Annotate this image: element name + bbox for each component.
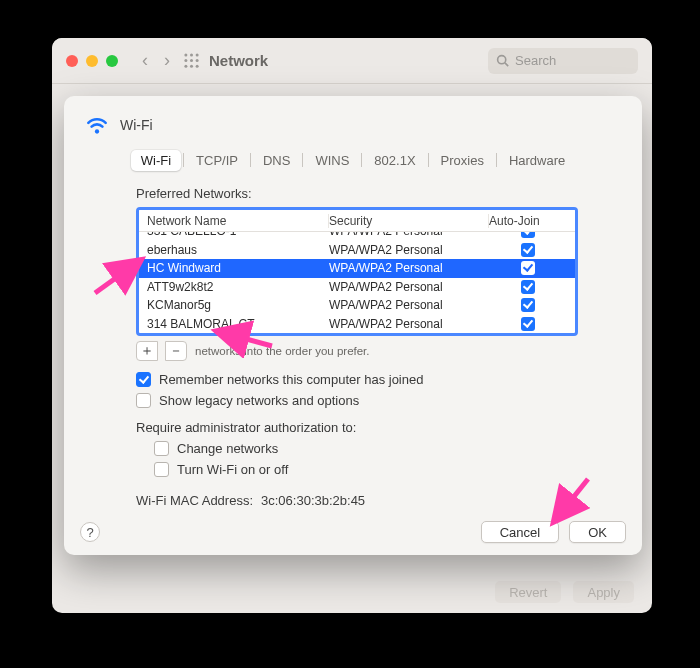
cancel-button[interactable]: Cancel: [481, 521, 559, 543]
table-row[interactable]: eberhausWPA/WPA2 Personal: [139, 241, 575, 260]
autojoin-checkbox[interactable]: [521, 280, 535, 294]
search-placeholder: Search: [515, 53, 556, 68]
svg-point-1: [190, 53, 193, 56]
add-network-button[interactable]: ＋: [136, 341, 158, 361]
cell-security: WPA/WPA2 Personal: [329, 261, 489, 275]
autojoin-checkbox[interactable]: [521, 243, 535, 257]
cell-security: WPA/WPA2 Personal: [329, 243, 489, 257]
preferred-networks-label: Preferred Networks:: [136, 186, 578, 201]
autojoin-checkbox[interactable]: [521, 298, 535, 312]
table-header: Network Name Security Auto-Join: [139, 210, 575, 232]
svg-point-9: [498, 56, 506, 64]
drag-hint: networks into the order you prefer.: [195, 345, 370, 357]
table-row[interactable]: 314 BALMORAL CTWPA/WPA2 Personal: [139, 315, 575, 334]
change-networks-checkbox[interactable]: [154, 441, 169, 456]
minimize-icon[interactable]: [86, 55, 98, 67]
close-icon[interactable]: [66, 55, 78, 67]
cell-network-name: HC Windward: [147, 261, 329, 275]
svg-line-10: [505, 63, 508, 66]
ok-button[interactable]: OK: [569, 521, 626, 543]
change-networks-label: Change networks: [177, 441, 278, 456]
cell-security: WPA/WPA2 Personal: [329, 298, 489, 312]
svg-point-3: [184, 59, 187, 62]
revert-button[interactable]: Revert: [495, 581, 561, 603]
cell-security: WPA/WPA2 Personal: [329, 317, 489, 331]
autojoin-checkbox[interactable]: [521, 261, 535, 275]
help-button[interactable]: ?: [80, 522, 100, 542]
mac-label: Wi-Fi MAC Address:: [136, 493, 253, 508]
autojoin-checkbox[interactable]: [521, 232, 535, 238]
show-all-icon[interactable]: [184, 53, 199, 68]
window-title: Network: [209, 52, 268, 69]
cell-network-name: eberhaus: [147, 243, 329, 257]
search-icon: [496, 54, 509, 67]
tab-wins[interactable]: WINS: [305, 150, 359, 171]
toggle-wifi-checkbox[interactable]: [154, 462, 169, 477]
cell-network-name: 314 BALMORAL CT: [147, 317, 329, 331]
tab-tcpip[interactable]: TCP/IP: [186, 150, 248, 171]
autojoin-checkbox[interactable]: [521, 317, 535, 331]
legacy-checkbox[interactable]: [136, 393, 151, 408]
cell-security: WPA/WPA2 Personal: [329, 280, 489, 294]
table-row[interactable]: HC WindwardWPA/WPA2 Personal: [139, 259, 575, 278]
table-row[interactable]: 331 CABELLO-1WPA/WPA2 Personal: [139, 232, 575, 241]
svg-point-7: [190, 65, 193, 68]
svg-point-0: [184, 53, 187, 56]
table-row[interactable]: ATT9w2k8t2WPA/WPA2 Personal: [139, 278, 575, 297]
cell-network-name: KCManor5g: [147, 298, 329, 312]
zoom-icon[interactable]: [106, 55, 118, 67]
col-security[interactable]: Security: [329, 214, 489, 228]
require-label: Require administrator authorization to:: [136, 420, 578, 435]
tab-wifi[interactable]: Wi-Fi: [131, 150, 181, 171]
svg-point-2: [196, 53, 199, 56]
tab-hardware[interactable]: Hardware: [499, 150, 575, 171]
preferred-networks-table[interactable]: Network Name Security Auto-Join 331 CABE…: [136, 207, 578, 336]
remember-label: Remember networks this computer has join…: [159, 372, 423, 387]
search-field[interactable]: Search: [488, 48, 638, 74]
tab-proxies[interactable]: Proxies: [431, 150, 494, 171]
cell-network-name: 331 CABELLO-1: [147, 232, 329, 238]
apply-button[interactable]: Apply: [573, 581, 634, 603]
wifi-advanced-sheet: Wi-Fi Wi-Fi TCP/IP DNS WINS 802.1X Proxi…: [64, 96, 642, 555]
svg-point-8: [196, 65, 199, 68]
col-autojoin[interactable]: Auto-Join: [489, 214, 567, 228]
mac-value: 3c:06:30:3b:2b:45: [261, 493, 365, 508]
col-network-name[interactable]: Network Name: [147, 214, 329, 228]
tab-dns[interactable]: DNS: [253, 150, 300, 171]
legacy-label: Show legacy networks and options: [159, 393, 359, 408]
back-button[interactable]: ‹: [134, 50, 156, 71]
tab-bar: Wi-Fi TCP/IP DNS WINS 802.1X Proxies Har…: [80, 148, 626, 172]
svg-point-6: [184, 65, 187, 68]
sheet-title: Wi-Fi: [120, 117, 153, 133]
tab-8021x[interactable]: 802.1X: [364, 150, 425, 171]
toggle-wifi-label: Turn Wi-Fi on or off: [177, 462, 288, 477]
table-row[interactable]: KCManor5gWPA/WPA2 Personal: [139, 296, 575, 315]
window-controls[interactable]: [66, 55, 118, 67]
remove-network-button[interactable]: －: [165, 341, 187, 361]
svg-point-4: [190, 59, 193, 62]
wifi-icon: [84, 112, 110, 138]
svg-point-5: [196, 59, 199, 62]
prefs-footer: Revert Apply: [495, 581, 634, 603]
cell-network-name: ATT9w2k8t2: [147, 280, 329, 294]
forward-button[interactable]: ›: [156, 50, 178, 71]
remember-checkbox[interactable]: [136, 372, 151, 387]
cell-security: WPA/WPA2 Personal: [329, 232, 489, 238]
titlebar: ‹ › Network Search: [52, 38, 652, 84]
